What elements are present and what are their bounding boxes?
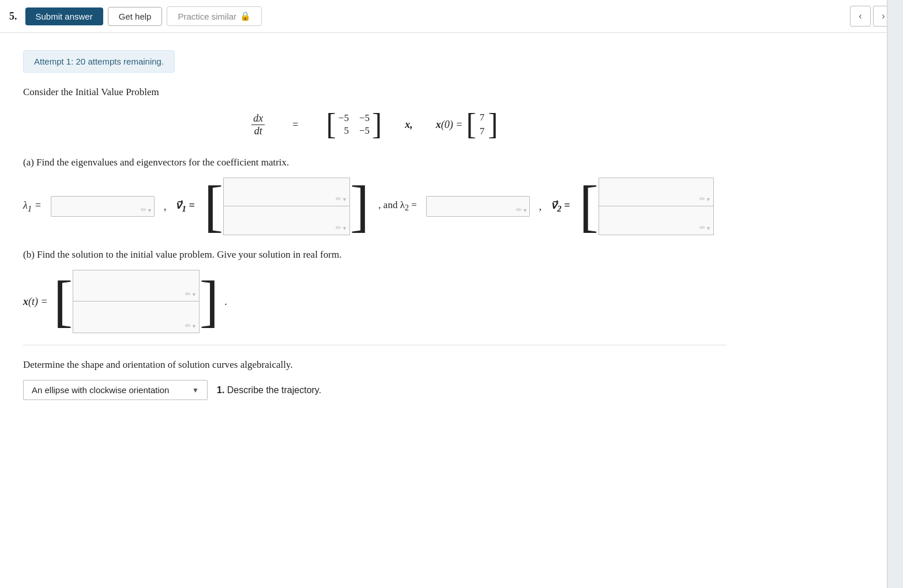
fraction-dxdt: dx dt xyxy=(251,112,265,137)
v1-vector: [ ✏ ▼ ✏ ▼ xyxy=(204,178,370,235)
v1-row1-cell: ✏ ▼ xyxy=(223,178,350,206)
trajectory-label: Determine the shape and orientation of s… xyxy=(23,359,727,371)
scrollbar-area xyxy=(887,0,903,588)
initial-label: x(0) = xyxy=(436,119,463,131)
xt-bracket-right: ] xyxy=(200,270,219,333)
dropdown-arrow-icon: ▼ xyxy=(192,386,199,394)
trajectory-dropdown[interactable]: An ellipse with clockwise orientation ▼ xyxy=(23,380,208,400)
xt-row1-cell: ✏ ▼ xyxy=(73,270,200,301)
get-help-button[interactable]: Get help xyxy=(108,7,163,26)
init-bracket-right: ] xyxy=(488,110,498,140)
part-b-label: (b) Find the solution to the initial val… xyxy=(23,249,727,261)
fraction-denominator: dt xyxy=(253,125,264,137)
main-content: Attempt 1: 20 attempts remaining. Consid… xyxy=(0,33,750,427)
describe-label: Describe the trajectory. xyxy=(227,385,321,395)
v2-comma: , xyxy=(539,201,542,213)
matrix-bracket-right: ] xyxy=(372,110,382,140)
describe-number: 1. xyxy=(217,385,224,395)
v2-sub: 2 xyxy=(557,204,562,213)
lambda1-label: λ1 = xyxy=(23,199,42,214)
attempt-box: Attempt 1: 20 attempts remaining. xyxy=(23,50,175,73)
v1-row2-cell: ✏ ▼ xyxy=(223,206,350,235)
matrix-00: −5 xyxy=(338,112,349,124)
v2-row1-input[interactable] xyxy=(599,178,713,206)
xt-bracket-left: [ xyxy=(54,270,73,333)
v2-row2-cell: ✏ ▼ xyxy=(599,206,714,235)
and-lambda2: , and λ2 = xyxy=(378,199,416,213)
init-val-2: 7 xyxy=(480,126,485,137)
page-wrapper: 5. Submit answer Get help Practice simil… xyxy=(0,0,903,588)
equals-sign-1: = xyxy=(288,119,303,131)
matrix-bracket-left: [ xyxy=(326,110,336,140)
coefficient-matrix: [ −5 −5 5 −5 ] xyxy=(326,110,382,140)
lambda2-sub: 2 xyxy=(405,203,409,213)
init-val-1: 7 xyxy=(480,112,485,123)
solution-row: x(t) = [ ✏ ▼ ✏ ▼ xyxy=(23,270,727,333)
xt-row1-input[interactable] xyxy=(73,270,199,301)
period: . xyxy=(224,296,227,308)
v1-bracket-left: [ xyxy=(204,178,223,235)
practice-label: Practice similar xyxy=(178,12,236,21)
practice-similar-button[interactable]: Practice similar 🔒 xyxy=(167,6,262,26)
xt-label: x(t) = xyxy=(23,296,48,308)
dropdown-value: An ellipse with clockwise orientation xyxy=(32,385,169,395)
v1-inputs: ✏ ▼ ✏ ▼ xyxy=(223,178,350,235)
lambda1-subscript: 1 xyxy=(28,203,32,213)
lambda1-input-wrapper: ✏ ▼ xyxy=(51,196,155,217)
lambda2-input-wrapper: ✏ ▼ xyxy=(426,196,530,217)
lambda1-input[interactable] xyxy=(51,196,155,217)
equation-display: dx dt = [ −5 −5 5 −5 ] x, x(0) = xyxy=(23,110,727,140)
divider xyxy=(23,345,727,345)
toolbar: 5. Submit answer Get help Practice simil… xyxy=(0,0,903,33)
initial-condition: x(0) = [ 7 7 ] xyxy=(436,110,498,140)
xt-row2-cell: ✏ ▼ xyxy=(73,301,200,333)
initial-vector: [ 7 7 ] xyxy=(466,110,498,140)
eigenvalue-row: λ1 = ✏ ▼ , v⃗1 = [ xyxy=(23,178,727,235)
v1-sub: 1 xyxy=(182,204,186,213)
v2-bracket-left: [ xyxy=(580,178,599,235)
v1-label: v⃗1 = xyxy=(175,199,194,214)
matrix-01: −5 xyxy=(359,112,370,124)
trajectory-dropdown-row: An ellipse with clockwise orientation ▼ … xyxy=(23,380,727,400)
lambda2-input[interactable] xyxy=(426,196,530,217)
problem-number: 5. xyxy=(9,10,17,22)
v1-bracket-right: ] xyxy=(350,178,369,235)
v2-row2-input[interactable] xyxy=(599,206,713,235)
submit-answer-button[interactable]: Submit answer xyxy=(25,7,103,25)
describe-trajectory-text: 1. Describe the trajectory. xyxy=(217,385,321,395)
xt-vector: [ ✏ ▼ ✏ ▼ xyxy=(54,270,219,333)
v1-row2-input[interactable] xyxy=(224,206,349,235)
vector-x: x, xyxy=(405,119,413,131)
v1-row1-input[interactable] xyxy=(224,178,349,206)
matrix-values: −5 −5 5 −5 xyxy=(337,110,371,139)
matrix-11: −5 xyxy=(359,125,370,137)
matrix-10: 5 xyxy=(338,125,349,137)
fraction-numerator: dx xyxy=(251,112,265,125)
lock-icon: 🔒 xyxy=(240,11,251,21)
xt-row2-input[interactable] xyxy=(73,301,199,333)
part-a-label: (a) Find the eigenvalues and eigenvector… xyxy=(23,157,727,168)
v2-inputs: ✏ ▼ ✏ ▼ xyxy=(599,178,714,235)
problem-intro: Consider the Initial Value Problem xyxy=(23,86,727,98)
v2-vector: [ ✏ ▼ ✏ ▼ xyxy=(580,178,714,235)
xt-inputs: ✏ ▼ ✏ ▼ xyxy=(73,270,200,333)
prev-button[interactable]: ‹ xyxy=(850,6,871,27)
v1-comma: , xyxy=(164,201,167,213)
v2-row1-cell: ✏ ▼ xyxy=(599,178,714,206)
init-bracket-left: [ xyxy=(466,110,476,140)
v2-label: v⃗2 = xyxy=(551,199,570,214)
init-values: 7 7 xyxy=(477,111,487,138)
